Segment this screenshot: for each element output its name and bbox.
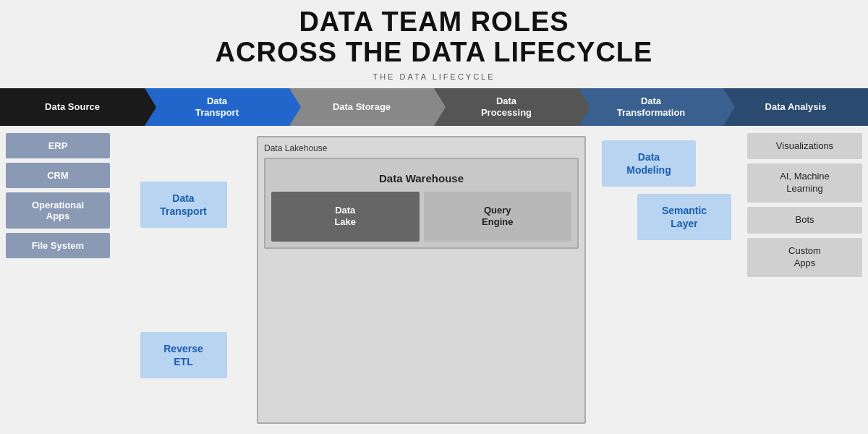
transport-data-transport: DataTransport bbox=[140, 182, 227, 228]
datalake-box: DataLake bbox=[271, 192, 420, 242]
pipeline-step-storage-label: Data Storage bbox=[327, 101, 396, 113]
pipeline-step-analysis-label: Data Analysis bbox=[760, 101, 833, 113]
lakehouse-label: Data Lakehouse bbox=[264, 143, 579, 153]
col-transform: DataModeling SemanticLayer bbox=[596, 133, 737, 427]
transform-data-modeling: DataModeling bbox=[602, 140, 696, 187]
lakehouse-box: Data Lakehouse Data Warehouse DataLake Q… bbox=[257, 136, 586, 424]
transport-reverse-etl: ReverseETL bbox=[140, 332, 227, 378]
analysis-bots: Bots bbox=[747, 207, 862, 234]
title-area: DATA TEAM ROLES ACROSS THE DATA LIFECYCL… bbox=[0, 0, 868, 84]
analysis-ai-ml: AI, MachineLearning bbox=[747, 163, 862, 203]
pipeline-step-analysis: Data Analysis bbox=[723, 88, 868, 126]
query-engine-box: QueryEngine bbox=[424, 192, 572, 242]
analysis-custom-apps: CustomApps bbox=[747, 238, 862, 277]
title-line2: ACROSS THE DATA LIFECYCLE bbox=[0, 38, 868, 68]
pipeline-step-processing: DataProcessing bbox=[434, 88, 579, 126]
pipeline-step-transformation: DataTransformation bbox=[579, 88, 723, 126]
analysis-visualizations: Visualizations bbox=[747, 133, 862, 160]
page: DATA TEAM ROLES ACROSS THE DATA LIFECYCL… bbox=[0, 0, 868, 434]
pipeline-step-processing-label: DataProcessing bbox=[475, 95, 537, 118]
pipeline-step-transport-label: DataTransport bbox=[190, 95, 244, 118]
title-line1: DATA TEAM ROLES bbox=[0, 7, 868, 38]
source-crm: CRM bbox=[6, 163, 110, 188]
bottom-boxes: DataLake QueryEngine bbox=[271, 192, 571, 242]
warehouse-label: Data Warehouse bbox=[271, 165, 571, 192]
subtitle: THE DATA LIFECYCLE bbox=[0, 72, 868, 81]
col-storage: Data Lakehouse Data Warehouse DataLake Q… bbox=[251, 133, 592, 427]
col-source: ERP CRM OperationalApps File System bbox=[0, 133, 116, 427]
pipeline-banner: Data Source DataTransport Data Storage D… bbox=[0, 88, 868, 126]
pipeline-step-source: Data Source bbox=[0, 88, 145, 126]
pipeline-step-transport: DataTransport bbox=[145, 88, 289, 126]
source-file-system: File System bbox=[6, 233, 110, 258]
col-transport: DataTransport ReverseETL bbox=[120, 133, 247, 427]
transform-semantic-layer: SemanticLayer bbox=[637, 194, 731, 240]
source-erp: ERP bbox=[6, 133, 110, 158]
warehouse-box: Data Warehouse DataLake QueryEngine bbox=[264, 158, 579, 250]
source-operational-apps: OperationalApps bbox=[6, 192, 110, 229]
pipeline-step-storage: Data Storage bbox=[289, 88, 434, 126]
pipeline-step-transformation-label: DataTransformation bbox=[611, 95, 692, 118]
pipeline-step-source-label: Data Source bbox=[39, 101, 106, 113]
col-analysis: Visualizations AI, MachineLearning Bots … bbox=[741, 133, 868, 427]
main-content: ERP CRM OperationalApps File System Data… bbox=[0, 126, 868, 434]
